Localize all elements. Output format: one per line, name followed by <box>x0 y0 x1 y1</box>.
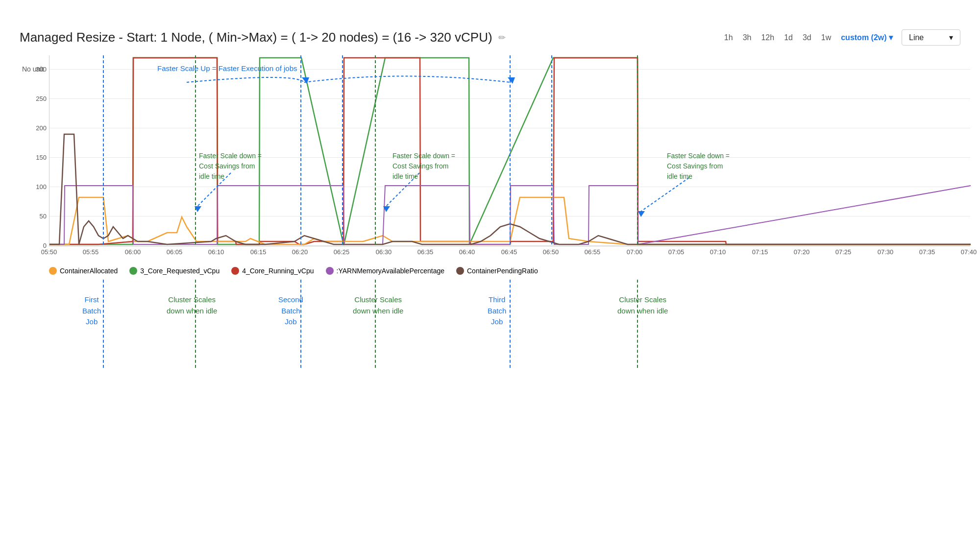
x-tick-0715: 07:15 <box>752 248 768 256</box>
x-tick-0710: 07:10 <box>710 248 726 256</box>
x-tick-0725: 07:25 <box>835 248 852 256</box>
x-tick-0615: 06:15 <box>250 248 267 256</box>
time-btn-1h[interactable]: 1h <box>723 31 734 44</box>
view-dropdown-label: Line <box>909 33 924 42</box>
chart-wrapper: 0 50 100 150 200 250 300 <box>49 55 970 246</box>
legend-color-red <box>231 267 239 275</box>
time-btn-1w[interactable]: 1w <box>820 31 832 44</box>
bottom-annotations: FirstBatchJob Cluster Scalesdown when id… <box>49 280 970 368</box>
x-tick-0720: 07:20 <box>794 248 810 256</box>
legend-label-purple: :YARNMemoryAvailablePercentage <box>337 267 444 275</box>
time-btn-1d[interactable]: 1d <box>783 31 794 44</box>
bottom-vert-1 <box>103 280 104 368</box>
legend-color-green <box>129 267 137 275</box>
edit-icon[interactable]: ✏ <box>498 32 506 43</box>
bottom-vert-2 <box>195 280 196 368</box>
x-axis: 05:50 05:55 06:00 06:05 06:10 06:15 06:2… <box>49 248 970 262</box>
bottom-ann-scaledown2: Cluster Scalesdown when idle <box>353 294 403 316</box>
x-tick-0620: 06:20 <box>292 248 308 256</box>
x-tick-0730: 07:30 <box>878 248 894 256</box>
legend: ContainerAllocated 3_Core_Requested_vCpu… <box>49 267 960 275</box>
legend-item-brown: ContainerPendingRatio <box>456 267 538 275</box>
bottom-ann-batch1: FirstBatchJob <box>82 294 101 328</box>
annotation-scale-down-1: Faster Scale down =Cost Savings fromidle… <box>199 151 262 182</box>
x-tick-0625: 06:25 <box>334 248 350 256</box>
x-tick-0655: 06:55 <box>585 248 601 256</box>
legend-label-orange: ContainerAllocated <box>60 267 118 275</box>
bottom-ann-scaledown3: Cluster Scalesdown when idle <box>617 294 668 316</box>
chart-title: Managed Resize - Start: 1 Node, ( Min->M… <box>20 30 492 45</box>
arrow-scaledown-3 <box>640 178 689 212</box>
chart-area: No unit 0 50 100 150 200 250 300 <box>49 55 960 368</box>
arrowhead-1 <box>302 77 309 84</box>
time-btn-12h[interactable]: 12h <box>760 31 775 44</box>
x-tick-0650: 06:50 <box>543 248 559 256</box>
bottom-vert-4 <box>375 280 376 368</box>
legend-item-orange: ContainerAllocated <box>49 267 118 275</box>
legend-color-orange <box>49 267 57 275</box>
annotation-scale-up: Faster Scale Up = Faster Execution of jo… <box>157 64 297 72</box>
bottom-ann-batch3: ThirdBatchJob <box>488 294 506 328</box>
x-tick-0645: 06:45 <box>501 248 517 256</box>
page-container: Managed Resize - Start: 1 Node, ( Min->M… <box>0 0 980 551</box>
time-btn-3h[interactable]: 3h <box>742 31 753 44</box>
x-tick-0705: 07:05 <box>668 248 685 256</box>
legend-label-green: 3_Core_Requested_vCpu <box>140 267 220 275</box>
x-tick-0635: 06:35 <box>417 248 434 256</box>
legend-color-purple <box>326 267 334 275</box>
chart-svg <box>49 55 971 246</box>
bottom-vert-6 <box>637 280 638 368</box>
bottom-ann-scaledown1: Cluster Scalesdown when idle <box>167 294 217 316</box>
x-tick-0700: 07:00 <box>627 248 643 256</box>
time-btn-custom[interactable]: custom (2w) ▾ <box>840 31 894 44</box>
legend-item-purple: :YARNMemoryAvailablePercentage <box>326 267 444 275</box>
header-row: Managed Resize - Start: 1 Node, ( Min->M… <box>20 29 960 46</box>
x-tick-0550: 05:50 <box>41 248 57 256</box>
x-tick-0605: 06:05 <box>167 248 183 256</box>
arrow-scaleup-2 <box>304 76 510 83</box>
x-tick-0610: 06:10 <box>208 248 224 256</box>
time-btn-3d[interactable]: 3d <box>802 31 812 44</box>
x-tick-0555: 05:55 <box>83 248 99 256</box>
x-tick-0600: 06:00 <box>125 248 141 256</box>
bottom-ann-batch2: SecondBatchJob <box>278 294 303 328</box>
title-area: Managed Resize - Start: 1 Node, ( Min->M… <box>20 30 506 45</box>
dropdown-arrow-icon: ▾ <box>949 33 953 42</box>
x-tick-0630: 06:30 <box>376 248 392 256</box>
annotation-scale-down-2: Faster Scale down =Cost Savings fromidle… <box>392 151 455 182</box>
x-tick-0640: 06:40 <box>459 248 475 256</box>
legend-item-red: 4_Core_Running_vCpu <box>231 267 314 275</box>
bottom-vert-5 <box>510 280 511 368</box>
legend-label-red: 4_Core_Running_vCpu <box>242 267 314 275</box>
legend-item-green: 3_Core_Requested_vCpu <box>129 267 220 275</box>
annotation-scale-down-3: Faster Scale down =Cost Savings fromidle… <box>667 151 730 182</box>
x-tick-0740: 07:40 <box>961 248 977 256</box>
arrowhead-2 <box>508 77 515 84</box>
legend-label-brown: ContainerPendingRatio <box>467 267 538 275</box>
arrowhead-sd3 <box>638 211 645 217</box>
arrow-scaleup-1 <box>187 77 304 82</box>
time-buttons: 1h 3h 12h 1d 3d 1w custom (2w) ▾ <box>723 31 894 44</box>
view-dropdown[interactable]: Line ▾ <box>902 29 960 46</box>
x-tick-0735: 07:35 <box>919 248 935 256</box>
controls-area: 1h 3h 12h 1d 3d 1w custom (2w) ▾ Line ▾ <box>723 29 960 46</box>
legend-color-brown <box>456 267 464 275</box>
